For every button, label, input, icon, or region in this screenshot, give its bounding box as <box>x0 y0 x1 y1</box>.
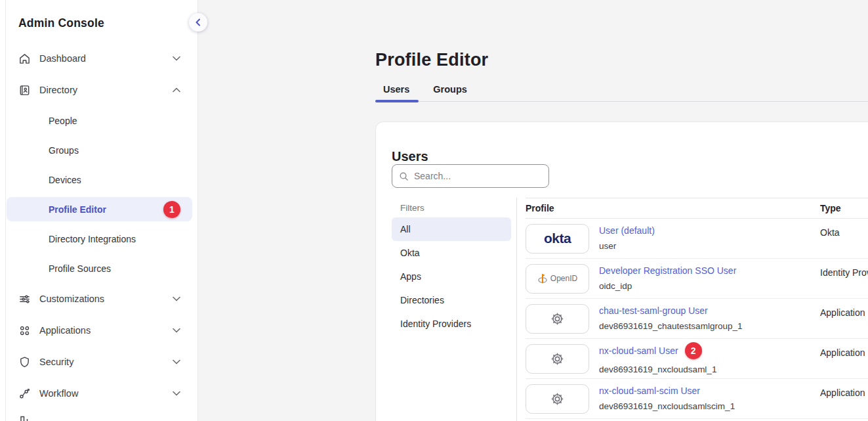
workflow-icon <box>18 388 31 400</box>
filters-label: Filters <box>392 198 516 217</box>
sidebar-item-directory-integrations[interactable]: Directory Integrations <box>0 224 197 254</box>
table-header-row: Profile Type <box>526 198 868 219</box>
sliders-icon <box>18 293 31 305</box>
page-title: Profile Editor <box>375 50 488 70</box>
sidebar: Admin Console Dashboard Directory <box>0 0 198 421</box>
search-icon <box>399 171 409 181</box>
sidebar-nav: Dashboard Directory People Groups Device… <box>0 43 197 409</box>
column-header-profile: Profile <box>526 203 554 213</box>
sidebar-item-profile-editor[interactable]: Profile Editor 1 <box>0 194 197 224</box>
chevron-down-icon <box>173 328 180 333</box>
sidebar-item-label: People <box>49 116 77 126</box>
home-icon <box>18 53 31 65</box>
table-row: okta User (default) user Okta <box>526 219 868 259</box>
chevron-down-icon <box>173 296 180 301</box>
app-title: Admin Console <box>18 16 104 30</box>
panel-heading: Users <box>392 149 428 164</box>
sidebar-item-profile-sources[interactable]: Profile Sources <box>0 254 197 283</box>
profile-id: dev86931619_nxcloudsaml_1 <box>599 365 716 375</box>
search-placeholder: Search... <box>414 171 451 181</box>
app-logo-box <box>526 304 589 334</box>
sidebar-item-directory[interactable]: Directory <box>0 74 197 106</box>
chevron-down-icon <box>173 56 180 61</box>
profiles-table: Profile Type okta User (default) user Ok… <box>517 198 868 421</box>
sidebar-item-label: Directory Integrations <box>49 234 136 244</box>
gear-icon <box>550 392 564 406</box>
sidebar-item-security[interactable]: Security <box>0 346 197 378</box>
sidebar-item-label: Directory <box>39 85 77 95</box>
table-row: chau-test-saml-group User dev86931619_ch… <box>526 299 868 339</box>
sidebar-item-dashboard[interactable]: Dashboard <box>0 43 197 74</box>
profile-link[interactable]: User (default) <box>599 225 655 236</box>
table-row: nx-cloud-saml-scim User dev86931619_nxcl… <box>526 379 868 419</box>
filters-column: Filters All Okta Apps Directories Identi… <box>376 198 517 421</box>
gear-icon <box>550 352 564 366</box>
sidebar-item-label: Profile Editor <box>49 204 106 215</box>
chevron-left-icon <box>195 18 201 26</box>
column-header-type: Type <box>820 203 841 213</box>
profile-type: Application <box>820 307 865 318</box>
profile-type: Okta <box>820 227 840 238</box>
chevron-up-icon <box>173 87 180 93</box>
sidebar-item-label: Devices <box>49 175 81 185</box>
profile-id: dev86931619_chautestsamlgroup_1 <box>599 321 742 332</box>
annotation-badge-1: 1 <box>163 201 180 218</box>
filter-apps[interactable]: Apps <box>392 265 511 288</box>
profile-type: Application <box>820 388 865 398</box>
main-content: Profile Editor Users Groups Users Search… <box>198 0 868 421</box>
sidebar-item-label: Dashboard <box>39 53 86 64</box>
sidebar-item-people[interactable]: People <box>0 106 197 135</box>
apps-grid-icon <box>18 324 31 337</box>
table-row: OpenID Developer Registration SSO User o… <box>526 259 868 299</box>
tab-groups[interactable]: Groups <box>433 84 467 95</box>
sidebar-item-label: Workflow <box>39 388 78 399</box>
filter-identity-providers[interactable]: Identity Providers <box>392 312 511 336</box>
tab-bar: Users Groups <box>383 84 467 95</box>
gear-icon <box>550 312 564 326</box>
tab-users[interactable]: Users <box>383 84 409 95</box>
filter-all[interactable]: All <box>392 217 511 241</box>
profile-type: Identity Provider <box>820 267 868 278</box>
sidebar-item-label: Customizations <box>39 294 104 304</box>
app-logo-box <box>526 344 589 374</box>
users-panel: Users Search... Filters All Okta Apps Di… <box>375 122 868 421</box>
sidebar-item-label: Profile Sources <box>49 263 111 274</box>
table-row: nx-cloud-saml User2 dev86931619_nxclouds… <box>526 339 868 379</box>
app-logo-box <box>526 384 589 414</box>
sidebar-item-workflow[interactable]: Workflow <box>0 378 197 409</box>
sidebar-item-applications[interactable]: Applications <box>0 315 197 346</box>
filter-directories[interactable]: Directories <box>392 288 511 312</box>
sidebar-item-label: Groups <box>49 145 79 156</box>
sidebar-collapse-button[interactable] <box>189 13 207 32</box>
search-input[interactable]: Search... <box>392 164 549 188</box>
tab-divider-line <box>375 101 868 102</box>
filter-okta[interactable]: Okta <box>392 241 511 265</box>
sidebar-item-devices[interactable]: Devices <box>0 165 197 194</box>
openid-logo: OpenID <box>526 264 589 294</box>
openid-glyph <box>537 273 548 284</box>
active-tab-indicator <box>375 100 419 102</box>
sidebar-item-groups[interactable]: Groups <box>0 135 197 165</box>
profile-id: oidc_idp <box>599 281 736 292</box>
profile-id: dev86931619_nxcloudsamlscim_1 <box>599 401 735 412</box>
annotation-badge-2: 2 <box>685 342 702 359</box>
profile-link[interactable]: nx-cloud-saml-scim User <box>599 386 735 397</box>
reports-icon-partial <box>20 415 29 421</box>
profile-link[interactable]: nx-cloud-saml User <box>599 345 678 356</box>
sidebar-item-customizations[interactable]: Customizations <box>0 283 197 315</box>
panel-body: Filters All Okta Apps Directories Identi… <box>376 198 868 421</box>
okta-logo: okta <box>526 224 589 254</box>
id-card-icon <box>18 84 31 97</box>
chevron-down-icon <box>173 359 180 365</box>
profile-type: Application <box>820 347 865 358</box>
profile-id: user <box>599 241 655 252</box>
chevron-down-icon <box>173 391 180 396</box>
profile-link[interactable]: chau-test-saml-group User <box>599 305 742 317</box>
sidebar-item-label: Security <box>39 357 73 367</box>
shield-icon <box>18 356 31 368</box>
sidebar-item-label: Applications <box>39 325 91 336</box>
profile-link[interactable]: Developer Registration SSO User <box>599 265 736 277</box>
